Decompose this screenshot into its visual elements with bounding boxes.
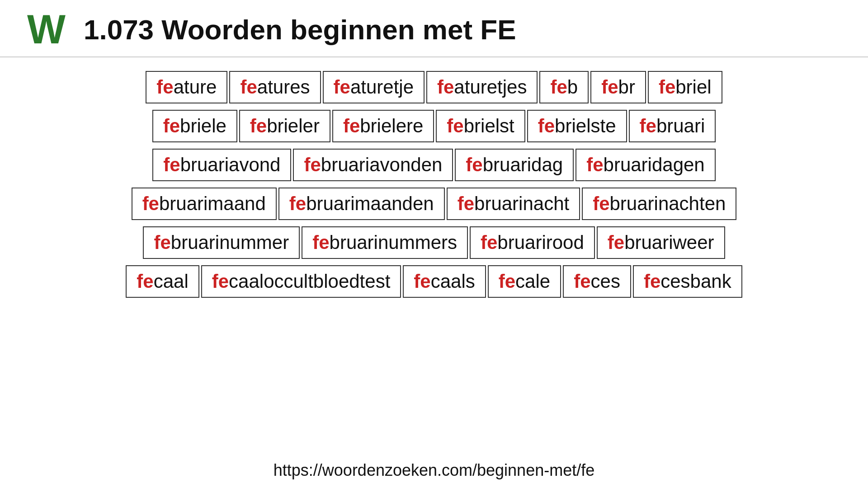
word-suffix: bruarirood bbox=[497, 232, 584, 253]
word-prefix: fe bbox=[163, 154, 180, 175]
word-prefix: fe bbox=[250, 115, 267, 136]
word-box[interactable]: februarimaand bbox=[132, 188, 277, 220]
word-box[interactable]: fecesbank bbox=[633, 265, 742, 298]
word-row-2: februariavondfebruariavondenfebruaridagf… bbox=[27, 149, 841, 181]
word-box[interactable]: februariavond bbox=[152, 149, 291, 181]
page-title: 1.073 Woorden beginnen met FE bbox=[84, 14, 516, 46]
word-prefix: fe bbox=[142, 193, 159, 214]
word-suffix: cale bbox=[515, 271, 550, 292]
word-suffix: aturetjes bbox=[454, 76, 527, 98]
word-prefix: fe bbox=[240, 76, 257, 98]
word-prefix: fe bbox=[447, 115, 463, 136]
word-prefix: fe bbox=[608, 232, 624, 253]
word-row-1: febrielefebrielerfebrielerefebrielstfebr… bbox=[27, 110, 841, 142]
word-box[interactable]: februariweer bbox=[597, 226, 725, 259]
word-box[interactable]: febr bbox=[590, 71, 646, 103]
word-box[interactable]: feature bbox=[146, 71, 227, 103]
word-box[interactable]: februarinummer bbox=[143, 226, 300, 259]
word-suffix: bruaridagen bbox=[604, 154, 705, 175]
word-box[interactable]: februarirood bbox=[470, 226, 595, 259]
word-box[interactable]: featuretje bbox=[323, 71, 425, 103]
word-box[interactable]: fecaal bbox=[126, 265, 199, 298]
word-prefix: fe bbox=[481, 232, 497, 253]
word-prefix: fe bbox=[212, 271, 229, 292]
word-prefix: fe bbox=[466, 154, 482, 175]
word-prefix: fe bbox=[414, 271, 430, 292]
word-suffix: brielst bbox=[464, 115, 514, 136]
word-box[interactable]: februari bbox=[629, 110, 716, 142]
word-box[interactable]: fecaals bbox=[403, 265, 486, 298]
word-suffix: ature bbox=[174, 76, 217, 98]
word-prefix: fe bbox=[437, 76, 454, 98]
word-box[interactable]: febrieler bbox=[239, 110, 330, 142]
word-box[interactable]: febriele bbox=[152, 110, 237, 142]
word-prefix: fe bbox=[593, 193, 609, 214]
word-prefix: fe bbox=[659, 76, 675, 98]
word-suffix: briele bbox=[180, 115, 226, 136]
word-box[interactable]: fecale bbox=[488, 265, 561, 298]
word-suffix: caals bbox=[431, 271, 475, 292]
word-suffix: bruariweer bbox=[624, 232, 714, 253]
word-box[interactable]: febriel bbox=[648, 71, 722, 103]
word-suffix: bruariavond bbox=[180, 154, 281, 175]
word-box[interactable]: febrielere bbox=[332, 110, 434, 142]
word-suffix: b bbox=[567, 76, 578, 98]
word-box[interactable]: febrielste bbox=[527, 110, 627, 142]
footer-url: https://woordenzoeken.com/beginnen-met/f… bbox=[0, 456, 868, 488]
word-box[interactable]: februaridag bbox=[455, 149, 574, 181]
word-suffix: bruarinummers bbox=[330, 232, 457, 253]
word-box[interactable]: februarinachten bbox=[582, 188, 736, 220]
word-box[interactable]: februarimaanden bbox=[278, 188, 445, 220]
word-box[interactable]: features bbox=[229, 71, 321, 103]
word-box[interactable]: februaridagen bbox=[576, 149, 716, 181]
word-prefix: fe bbox=[601, 76, 618, 98]
word-prefix: fe bbox=[550, 76, 567, 98]
word-suffix: brielste bbox=[555, 115, 616, 136]
word-suffix: caal bbox=[154, 271, 189, 292]
word-prefix: fe bbox=[343, 115, 360, 136]
word-suffix: br bbox=[618, 76, 635, 98]
word-prefix: fe bbox=[538, 115, 555, 136]
word-suffix: bruarinacht bbox=[474, 193, 569, 214]
word-box[interactable]: featuretjes bbox=[426, 71, 538, 103]
word-prefix: fe bbox=[334, 76, 350, 98]
word-row-5: fecaalfecaaloccultbloedtestfecaalsfecale… bbox=[27, 265, 841, 298]
word-prefix: fe bbox=[154, 232, 170, 253]
word-suffix: brielere bbox=[360, 115, 423, 136]
logo: W bbox=[27, 9, 66, 50]
word-suffix: bruarinachten bbox=[610, 193, 726, 214]
word-row-3: februarimaandfebruarimaandenfebruarinach… bbox=[27, 188, 841, 220]
word-suffix: ces bbox=[591, 271, 620, 292]
word-grid: featurefeaturesfeaturetjefeaturetjesfebf… bbox=[0, 57, 868, 456]
word-box[interactable]: februariavonden bbox=[293, 149, 453, 181]
word-prefix: fe bbox=[304, 154, 321, 175]
word-box[interactable]: februarinacht bbox=[447, 188, 580, 220]
word-suffix: aturetje bbox=[350, 76, 414, 98]
word-prefix: fe bbox=[312, 232, 329, 253]
word-box[interactable]: feb bbox=[539, 71, 589, 103]
word-row-4: februarinummerfebruarinummersfebruariroo… bbox=[27, 226, 841, 259]
word-suffix: bruaridag bbox=[483, 154, 563, 175]
word-suffix: bruariavonden bbox=[321, 154, 443, 175]
word-suffix: bruarinummer bbox=[171, 232, 289, 253]
word-suffix: bruarimaanden bbox=[306, 193, 434, 214]
word-prefix: fe bbox=[156, 76, 173, 98]
word-prefix: fe bbox=[289, 193, 306, 214]
word-box[interactable]: febrielst bbox=[436, 110, 525, 142]
word-prefix: fe bbox=[458, 193, 474, 214]
word-prefix: fe bbox=[644, 271, 660, 292]
word-prefix: fe bbox=[499, 271, 515, 292]
word-suffix: cesbank bbox=[660, 271, 731, 292]
word-prefix: fe bbox=[640, 115, 656, 136]
word-suffix: briel bbox=[675, 76, 711, 98]
word-prefix: fe bbox=[574, 271, 590, 292]
word-row-0: featurefeaturesfeaturetjefeaturetjesfebf… bbox=[27, 71, 841, 103]
word-box[interactable]: feces bbox=[563, 265, 631, 298]
word-suffix: brieler bbox=[267, 115, 320, 136]
word-box[interactable]: februarinummers bbox=[302, 226, 468, 259]
word-suffix: caaloccultbloedtest bbox=[229, 271, 390, 292]
word-suffix: bruarimaand bbox=[159, 193, 266, 214]
word-suffix: bruari bbox=[656, 115, 705, 136]
word-box[interactable]: fecaaloccultbloedtest bbox=[201, 265, 401, 298]
word-prefix: fe bbox=[163, 115, 180, 136]
